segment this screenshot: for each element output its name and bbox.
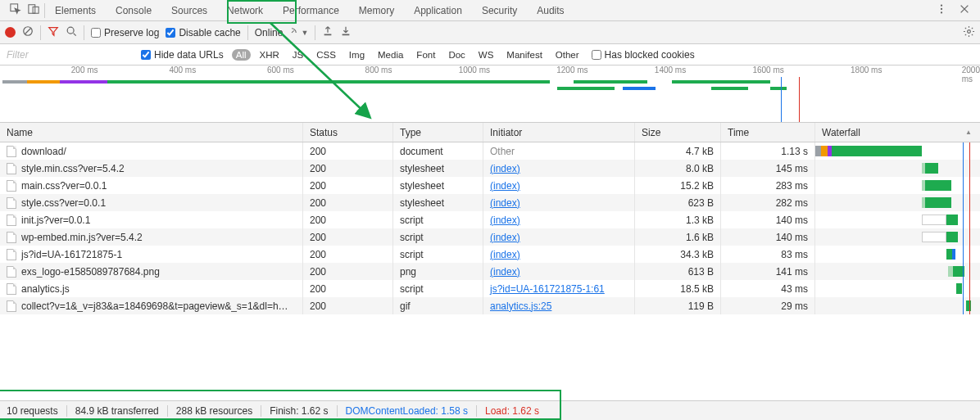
type-filter-css[interactable]: CSS [312,49,340,61]
tab-sources[interactable]: Sources [161,0,217,21]
request-initiator[interactable]: (index) [490,215,520,226]
close-devtools-icon[interactable] [959,3,970,17]
request-size: 119 B [635,297,721,314]
type-filter-doc[interactable]: Doc [444,49,469,61]
request-status: 200 [303,263,393,280]
tab-performance[interactable]: Performance [273,0,349,21]
column-type[interactable]: Type [393,123,483,142]
tabs-container: ElementsConsoleSourcesNetworkPerformance… [45,0,574,21]
request-size: 1.3 kB [635,211,721,228]
kebab-menu-icon[interactable] [936,3,947,17]
network-toolbar: Preserve log Disable cache Online ▼ [0,21,980,44]
svg-rect-9 [343,34,350,36]
table-row[interactable]: download/200documentOther4.7 kB1.13 s [0,142,980,160]
type-filter-ws[interactable]: WS [474,49,498,61]
type-filter-pills: AllXHRJSCSSImgMediaFontDocWSManifestOthe… [232,49,583,61]
status-load: Load: 1.62 s [477,405,547,417]
filter-toggle-icon[interactable] [48,25,59,39]
disable-cache-checkbox[interactable]: Disable cache [166,27,240,38]
column-name[interactable]: Name [0,123,303,142]
request-type: document [393,142,483,160]
inspect-element-icon[interactable] [10,3,21,17]
file-icon [7,163,16,174]
request-time: 29 ms [721,297,815,314]
filter-input[interactable] [3,47,133,62]
tab-console[interactable]: Console [106,0,161,21]
column-status[interactable]: Status [303,123,393,142]
table-row[interactable]: style.min.css?ver=5.4.2200stylesheet(ind… [0,160,980,177]
request-name: collect?v=1&_v=j83&a=18469698&t=pageview… [21,300,296,312]
svg-point-7 [67,27,74,34]
column-time[interactable]: Time [721,123,815,142]
tab-application[interactable]: Application [404,0,472,21]
search-icon[interactable] [66,25,77,39]
type-filter-img[interactable]: Img [345,49,369,61]
file-icon [7,300,16,312]
file-icon [7,232,16,243]
table-row[interactable]: js?id=UA-161721875-1200script(index)34.3… [0,246,980,263]
table-row[interactable]: exs_logo-e1585089787684.png200png(index)… [0,263,980,280]
export-har-icon[interactable] [340,25,352,39]
tab-security[interactable]: Security [472,0,527,21]
request-initiator[interactable]: (index) [490,266,520,278]
import-har-icon[interactable] [322,25,333,39]
type-filter-all[interactable]: All [232,49,251,61]
preserve-log-checkbox[interactable]: Preserve log [91,27,159,38]
svg-rect-8 [324,34,332,36]
table-row[interactable]: collect?v=1&_v=j83&a=18469698&t=pageview… [0,297,980,314]
type-filter-other[interactable]: Other [551,49,583,61]
timeline-tick: 1200 ms [556,65,588,75]
table-row[interactable]: style.css?ver=0.0.1200stylesheet(index)6… [0,194,980,211]
request-initiator[interactable]: (index) [490,249,520,260]
tab-memory[interactable]: Memory [349,0,404,21]
request-initiator[interactable]: js?id=UA-161721875-1:61 [490,283,605,295]
request-initiator[interactable]: (index) [490,232,520,243]
request-time: 140 ms [721,228,815,246]
type-filter-js[interactable]: JS [288,49,307,61]
status-bar: 10 requests 84.9 kB transferred 288 kB r… [0,400,980,420]
timeline-tick: 1400 ms [655,65,686,75]
status-finish: Finish: 1.62 s [261,405,337,417]
settings-gear-icon[interactable] [963,25,975,40]
request-name: wp-embed.min.js?ver=5.4.2 [21,232,143,243]
type-filter-font[interactable]: Font [412,49,439,61]
request-initiator[interactable]: (index) [490,180,520,192]
file-icon [7,266,16,278]
request-type: script [393,211,483,228]
timeline-tick: 1000 ms [459,65,490,75]
waterfall-cell [815,177,980,194]
request-time: 283 ms [721,177,815,194]
table-row[interactable]: init.js?ver=0.0.1200script(index)1.3 kB1… [0,211,980,228]
type-filter-xhr[interactable]: XHR [256,49,284,61]
record-icon[interactable] [5,27,16,38]
request-size: 8.0 kB [635,160,721,177]
request-initiator[interactable]: analytics.js:25 [490,300,551,312]
tab-elements[interactable]: Elements [45,0,106,21]
request-initiator[interactable]: (index) [490,197,520,209]
column-initiator[interactable]: Initiator [483,123,635,142]
device-mode-icon[interactable] [28,3,39,17]
type-filter-manifest[interactable]: Manifest [502,49,546,61]
throttling-select[interactable]: Online ▼ [255,27,309,38]
request-size: 1.6 kB [635,228,721,246]
status-resources: 288 kB resources [168,405,261,417]
type-filter-media[interactable]: Media [374,49,407,61]
tab-network[interactable]: Network [217,0,273,21]
column-waterfall[interactable]: Waterfall [815,123,980,142]
hide-data-urls-checkbox[interactable]: Hide data URLs [141,49,224,61]
request-size: 15.2 kB [635,177,721,194]
timeline-overview[interactable]: 200 ms400 ms600 ms800 ms1000 ms1200 ms14… [0,65,980,123]
has-blocked-cookies-checkbox[interactable]: Has blocked cookies [592,49,695,61]
table-row[interactable]: wp-embed.min.js?ver=5.4.2200script(index… [0,228,980,246]
filter-row: Hide data URLs AllXHRJSCSSImgMediaFontDo… [0,44,980,65]
column-size[interactable]: Size [635,123,721,142]
waterfall-cell [815,142,980,160]
request-status: 200 [303,177,393,194]
table-row[interactable]: main.css?ver=0.0.1200stylesheet(index)15… [0,177,980,194]
request-name: download/ [21,146,66,157]
request-initiator[interactable]: (index) [490,163,520,174]
svg-rect-1 [29,5,35,14]
table-row[interactable]: analytics.js200scriptjs?id=UA-161721875-… [0,280,980,297]
tab-audits[interactable]: Audits [527,0,574,21]
clear-icon[interactable] [22,25,34,39]
